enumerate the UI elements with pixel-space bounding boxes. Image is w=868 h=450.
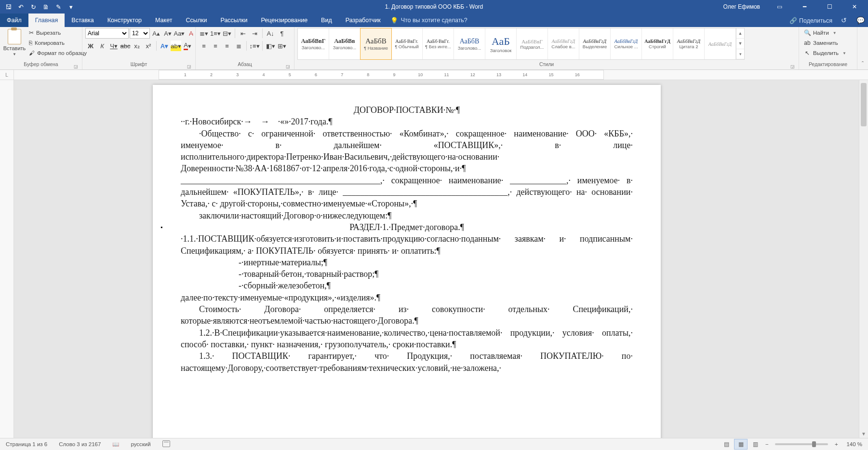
maximize-button[interactable]: ☐: [819, 0, 840, 14]
cut-button[interactable]: ✂Вырезать: [27, 28, 89, 38]
bullets-icon[interactable]: ≣▾: [199, 28, 209, 39]
style-heading3[interactable]: АаБбВЗаголово...: [454, 28, 485, 59]
style-emphasis[interactable]: АаБбВвГгДВыделение: [579, 28, 611, 59]
history-icon[interactable]: ↺: [839, 16, 849, 24]
view-web-icon[interactable]: ▥: [748, 439, 762, 450]
styles-launcher-icon[interactable]: ◲: [790, 64, 795, 69]
status-words[interactable]: Слово 3 из 2167: [53, 441, 107, 447]
copy-button[interactable]: ⎘Копировать: [27, 38, 89, 48]
italic-button[interactable]: К: [97, 41, 107, 51]
undo-icon[interactable]: ↶: [17, 3, 24, 10]
comments-icon[interactable]: 💬: [855, 16, 865, 24]
format-painter-button[interactable]: 🖌Формат по образцу: [27, 48, 89, 58]
font-size-select[interactable]: 12: [130, 28, 150, 39]
minimize-button[interactable]: ━: [794, 0, 815, 14]
save-icon[interactable]: 🖫: [5, 3, 12, 10]
zoom-in-button[interactable]: +: [832, 441, 841, 447]
style-extra[interactable]: АаБбВвГгД: [705, 28, 736, 59]
show-marks-icon[interactable]: ¶: [277, 28, 287, 39]
gallery-more-icon[interactable]: ▾: [736, 49, 744, 59]
share-button[interactable]: 🔗 Поделиться: [789, 17, 832, 24]
superscript-button[interactable]: x²: [143, 41, 154, 51]
status-macro-icon[interactable]: [157, 440, 177, 448]
style-normal[interactable]: АаБб·ВвГг.¶ Обычный: [391, 28, 423, 59]
multilevel-icon[interactable]: ⊟▾: [222, 28, 232, 39]
tab-layout[interactable]: Макет: [148, 14, 179, 27]
ink-icon[interactable]: ✎: [55, 3, 62, 10]
view-read-icon[interactable]: ▤: [720, 439, 733, 450]
tab-file[interactable]: Файл: [0, 14, 28, 27]
increase-indent-icon[interactable]: ⇥: [249, 28, 260, 39]
shrink-font-icon[interactable]: A▾: [162, 28, 173, 39]
justify-icon[interactable]: ≣: [233, 41, 244, 51]
align-right-icon[interactable]: ≡: [222, 41, 232, 51]
style-heading2[interactable]: АаБбВвЗаголово...: [329, 28, 361, 59]
style-title2[interactable]: АаБЗаголовок: [485, 28, 517, 59]
line-spacing-icon[interactable]: ↕≡▾: [249, 41, 260, 51]
document-body[interactable]: ДОГОВОР·ПОСТАВКИ·№·¶ ··г.·Новосибирск·→ …: [181, 104, 633, 374]
borders-icon[interactable]: ⊞▾: [277, 41, 287, 51]
style-subtitle[interactable]: АаБбВвГПодзагол...: [517, 28, 548, 59]
ribbon-options-icon[interactable]: ▭: [769, 0, 790, 14]
change-case-icon[interactable]: Aa▾: [174, 28, 185, 39]
gallery-up-icon[interactable]: ▲: [736, 28, 744, 39]
status-spell-icon[interactable]: 📖: [107, 441, 125, 448]
bold-button[interactable]: Ж: [85, 41, 96, 51]
view-print-icon[interactable]: ▦: [734, 439, 748, 450]
shading-icon[interactable]: ◧▾: [265, 41, 276, 51]
redo-icon[interactable]: ↻: [30, 3, 37, 10]
zoom-out-button[interactable]: −: [762, 441, 771, 447]
style-intense-emph[interactable]: АаБбВвГгДСильное ...: [611, 28, 642, 59]
highlight-icon[interactable]: ab▾: [171, 41, 181, 51]
paragraph-launcher-icon[interactable]: ◲: [286, 64, 290, 69]
text-effects-icon[interactable]: A▾: [159, 41, 170, 51]
subscript-button[interactable]: x₂: [132, 41, 142, 51]
paste-button[interactable]: Вставить ▼: [3, 28, 26, 57]
tab-insert[interactable]: Вставка: [65, 14, 100, 27]
grow-font-icon[interactable]: A▴: [151, 28, 161, 39]
clear-format-icon[interactable]: A̶: [186, 28, 196, 39]
select-button[interactable]: ↖Выделить▼: [802, 48, 848, 58]
scroll-down-icon[interactable]: ▼: [859, 429, 868, 438]
scroll-thumb[interactable]: [861, 83, 867, 126]
style-subtle-emph[interactable]: АаБбВвГгДСлабое в...: [548, 28, 579, 59]
user-name[interactable]: Олег Ефимов: [723, 3, 760, 10]
gallery-down-icon[interactable]: ▼: [736, 39, 744, 49]
style-nospacing[interactable]: АаБб·ВвГг.¶ Без инте...: [423, 28, 454, 59]
style-heading1[interactable]: АаБбВвГЗаголово...: [298, 28, 329, 59]
align-left-icon[interactable]: ≡: [199, 41, 209, 51]
vertical-scrollbar[interactable]: ▲ ▼: [859, 80, 868, 438]
horizontal-ruler[interactable]: 12345678910111213141516: [14, 70, 868, 80]
find-button[interactable]: 🔍Найти▼: [802, 28, 839, 38]
font-name-select[interactable]: Arial: [85, 28, 129, 39]
style-strong[interactable]: АаБбВвГгДСтрогий: [642, 28, 673, 59]
zoom-slider[interactable]: [775, 443, 828, 445]
sort-icon[interactable]: A↓: [265, 28, 276, 39]
tab-mailings[interactable]: Рассылки: [214, 14, 254, 27]
vertical-ruler[interactable]: [0, 80, 14, 438]
tell-me[interactable]: 💡 Что вы хотите сделать?: [390, 14, 467, 27]
close-button[interactable]: ✕: [844, 0, 865, 14]
preview-icon[interactable]: 🗎: [42, 3, 49, 10]
align-center-icon[interactable]: ≡: [210, 41, 221, 51]
tab-review[interactable]: Рецензирование: [254, 14, 315, 27]
collapse-ribbon-icon[interactable]: ˆ: [857, 27, 868, 69]
tab-view[interactable]: Вид: [314, 14, 339, 27]
style-quote[interactable]: АаБбВвГгДЦитата 2: [673, 28, 705, 59]
zoom-level[interactable]: 140 %: [841, 441, 868, 447]
style-title[interactable]: АаБбВ¶ Название: [360, 28, 392, 60]
zoom-knob[interactable]: [812, 441, 816, 447]
tab-developer[interactable]: Разработчик: [339, 14, 387, 27]
numbering-icon[interactable]: 1≡▾: [210, 28, 221, 39]
font-launcher-icon[interactable]: ◲: [187, 64, 191, 69]
tab-home[interactable]: Главная: [28, 14, 65, 27]
qat-more-icon[interactable]: ▾: [67, 3, 74, 10]
status-page[interactable]: Страница 1 из 6: [0, 441, 53, 447]
clipboard-launcher-icon[interactable]: ◲: [74, 64, 78, 69]
font-color-icon[interactable]: A▾: [182, 41, 193, 51]
tab-design[interactable]: Конструктор: [101, 14, 148, 27]
strike-button[interactable]: abc: [120, 41, 131, 51]
ruler-corner[interactable]: L: [0, 70, 14, 80]
replace-button[interactable]: abЗаменить: [802, 38, 840, 48]
underline-button[interactable]: Ч▾: [108, 41, 119, 51]
